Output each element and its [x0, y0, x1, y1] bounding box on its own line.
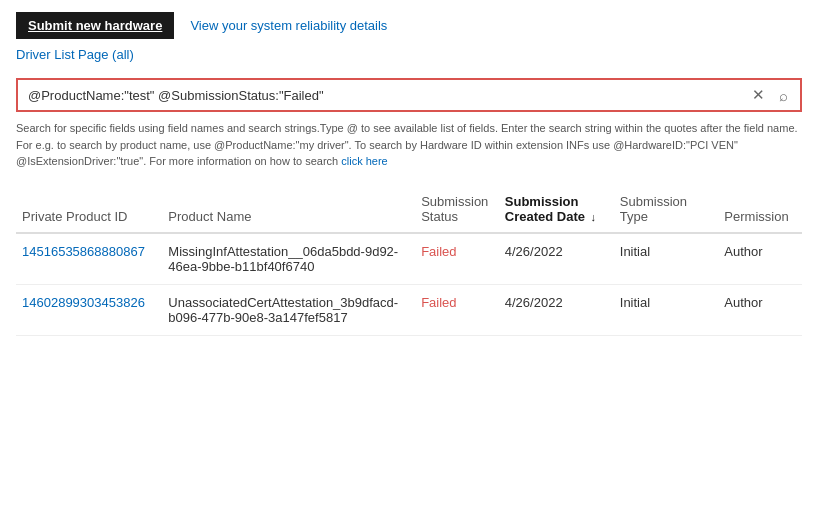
- col-header-submission-type: Submission Type: [614, 186, 719, 233]
- col-header-permission: Permission: [718, 186, 802, 233]
- search-hint: Search for specific fields using field n…: [16, 120, 802, 170]
- clear-search-button[interactable]: ✕: [750, 86, 767, 104]
- product-name-cell: MissingInfAttestation__06da5bdd-9d92-46e…: [162, 233, 415, 285]
- search-button[interactable]: ⌕: [777, 87, 790, 104]
- submission-created-date-cell: 4/26/2022: [499, 284, 614, 335]
- top-nav: Submit new hardware View your system rel…: [16, 12, 802, 39]
- table-row: 14516535868880867MissingInfAttestation__…: [16, 233, 802, 285]
- submission-status-cell: Failed: [415, 284, 499, 335]
- search-actions: ✕ ⌕: [750, 86, 790, 104]
- submissions-table: Private Product ID Product Name Submissi…: [16, 186, 802, 336]
- table-header-row: Private Product ID Product Name Submissi…: [16, 186, 802, 233]
- submission-type-cell: Initial: [614, 233, 719, 285]
- submission-created-date-cell: 4/26/2022: [499, 233, 614, 285]
- col-header-submission-status: Submission Status: [415, 186, 499, 233]
- search-input[interactable]: [28, 88, 750, 103]
- reliability-link[interactable]: View your system reliability details: [190, 18, 387, 33]
- submission-type-cell: Initial: [614, 284, 719, 335]
- search-help-link[interactable]: click here: [341, 155, 387, 167]
- sort-arrow-icon: ↓: [591, 211, 597, 223]
- col-header-private-product-id: Private Product ID: [16, 186, 162, 233]
- search-box: ✕ ⌕: [16, 78, 802, 112]
- permission-cell: Author: [718, 284, 802, 335]
- driver-list-link[interactable]: Driver List Page (all): [16, 47, 802, 62]
- permission-cell: Author: [718, 233, 802, 285]
- product-name-cell: UnassociatedCertAttestation_3b9dfacd-b09…: [162, 284, 415, 335]
- submit-new-hardware-button[interactable]: Submit new hardware: [16, 12, 174, 39]
- col-header-product-name: Product Name: [162, 186, 415, 233]
- table-row: 14602899303453826UnassociatedCertAttesta…: [16, 284, 802, 335]
- col-header-submission-created-date[interactable]: Submission Created Date ↓: [499, 186, 614, 233]
- product-id-link[interactable]: 14602899303453826: [22, 295, 145, 310]
- product-id-link[interactable]: 14516535868880867: [22, 244, 145, 259]
- submission-status-cell: Failed: [415, 233, 499, 285]
